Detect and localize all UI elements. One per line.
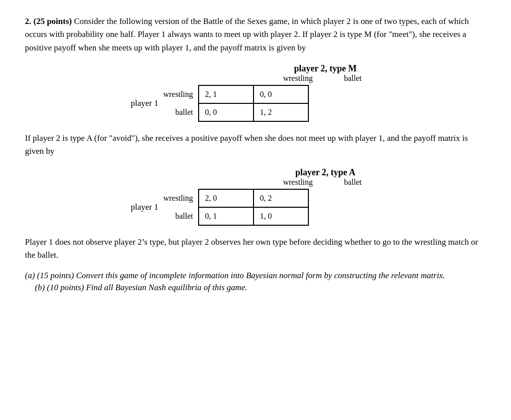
middle-paragraph: If player 2 is type A (for "avoid"), she…: [25, 132, 486, 158]
matrix-m-col2-header: ballet: [325, 74, 380, 84]
bottom-text: Player 1 does not observe player 2’s typ…: [25, 237, 478, 260]
matrix-a-wrapper: player 2, type A wrestling ballet player…: [25, 167, 486, 226]
matrix-a-grid: 2, 0 0, 2 0, 1 1, 0: [198, 189, 309, 226]
table-row: 2, 1 0, 0: [199, 85, 308, 103]
matrix-m-layout: player 2, type M wrestling ballet player…: [131, 63, 380, 122]
table-row: 2, 0 0, 2: [199, 189, 308, 207]
cell-a-r1c1: 2, 0: [199, 189, 254, 207]
problem-intro-text: Consider the following version of the Ba…: [25, 16, 469, 52]
problem-intro: 2. (25 points) Consider the following ve…: [25, 15, 486, 54]
row2-label-m: ballet: [163, 103, 195, 121]
matrix-m-title: player 2, type M: [270, 63, 380, 74]
problem-points: (25 points): [33, 16, 72, 26]
matrix-a-col2-header: ballet: [325, 178, 380, 188]
part-a: (a) (15 points) Convert this game of inc…: [25, 271, 486, 281]
matrix-a-layout: player 2, type A wrestling ballet player…: [131, 167, 380, 226]
part-b: (b) (10 points) Find all Bayesian Nash e…: [25, 283, 486, 293]
problem-number: 2.: [25, 16, 31, 26]
matrix-m-grid: 2, 1 0, 0 0, 0 1, 2: [198, 85, 309, 122]
table-row: 0, 1 1, 0: [199, 207, 308, 225]
cell-a-r1c2: 0, 2: [254, 189, 308, 207]
row1-label-m: wrestling: [163, 85, 195, 103]
table-row: 0, 0 1, 2: [199, 103, 308, 121]
cell-a-r2c1: 0, 1: [199, 207, 254, 225]
parts-section: (a) (15 points) Convert this game of inc…: [25, 271, 486, 293]
middle-text: If player 2 is type A (for "avoid"), she…: [25, 133, 468, 156]
matrix-m-col1-header: wrestling: [270, 74, 325, 84]
row1-label-a: wrestling: [163, 189, 195, 207]
page-content: 2. (25 points) Consider the following ve…: [25, 15, 486, 293]
cell-a-r2c2: 1, 0: [254, 207, 308, 225]
part-b-text: (b) (10 points) Find all Bayesian Nash e…: [35, 283, 247, 292]
cell-m-r2c1: 0, 0: [199, 103, 254, 121]
matrix-a-col1-header: wrestling: [270, 178, 325, 188]
cell-m-r1c2: 0, 0: [254, 85, 308, 103]
player1-label-m: player 1: [131, 98, 158, 108]
cell-m-r1c1: 2, 1: [199, 85, 254, 103]
matrix-m-wrapper: player 2, type M wrestling ballet player…: [25, 63, 486, 122]
part-a-text: (a) (15 points) Convert this game of inc…: [25, 271, 445, 280]
cell-m-r2c2: 1, 2: [254, 103, 308, 121]
bottom-paragraph: Player 1 does not observe player 2’s typ…: [25, 236, 486, 262]
player1-label-a: player 1: [131, 202, 158, 212]
matrix-a-title: player 2, type A: [270, 167, 380, 178]
row2-label-a: ballet: [163, 207, 195, 225]
